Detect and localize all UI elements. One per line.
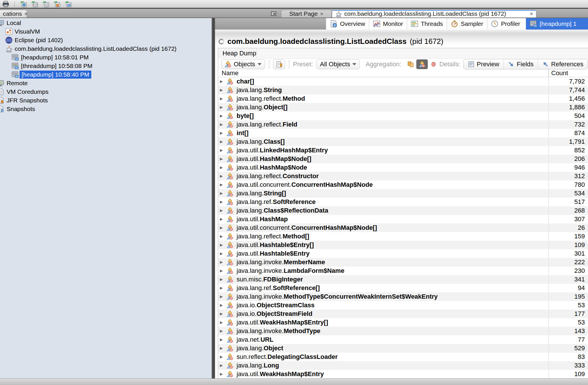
table-row[interactable]: ▶java.util.HashMap307 bbox=[218, 215, 588, 223]
table-row[interactable]: ▶java.lang.reflect.Method1,456 bbox=[218, 94, 588, 103]
table-row[interactable]: ▶java.util.WeakHashMap$Entry109 bbox=[218, 370, 588, 378]
expand-arrow-icon[interactable]: ▶ bbox=[220, 155, 223, 163]
tab-applications[interactable]: cations × bbox=[0, 10, 27, 18]
references-button[interactable]: References bbox=[538, 59, 588, 69]
table-row[interactable]: ▶java.lang.Class$ReflectionData268 bbox=[218, 206, 588, 215]
expand-arrow-icon[interactable]: ▶ bbox=[220, 284, 223, 292]
expand-arrow-icon[interactable]: ▶ bbox=[220, 370, 223, 378]
subtab-profiler[interactable]: Profiler bbox=[487, 18, 524, 30]
subtab-heapdump-1[interactable]: [heapdump] 1 bbox=[526, 18, 588, 30]
fields-button[interactable]: Fields bbox=[503, 59, 538, 69]
table-row[interactable]: ▶java.lang.invoke.MemberName222 bbox=[218, 258, 588, 267]
expand-arrow-icon[interactable]: ▶ bbox=[220, 310, 223, 318]
properties-button[interactable] bbox=[273, 59, 285, 69]
table-row[interactable]: ▶java.util.concurrent.ConcurrentHashMap$… bbox=[218, 180, 588, 189]
table-row[interactable]: ▶sun.misc.FDBigInteger341 bbox=[218, 275, 588, 284]
tree-item-heapdump-10-58-40-pm[interactable]: [heapdump] 10:58:40 PM bbox=[0, 70, 212, 79]
table-row[interactable]: ▶java.lang.Object[]1,886 bbox=[218, 103, 588, 112]
expand-arrow-icon[interactable]: ▶ bbox=[220, 163, 223, 172]
tree-item-visualvm[interactable]: VisualVM bbox=[0, 27, 212, 36]
table-row[interactable]: ▶java.io.ObjectStreamField177 bbox=[218, 310, 588, 318]
table-row[interactable]: ▶java.net.URL77 bbox=[218, 335, 588, 344]
subtab-sampler[interactable]: Sampler bbox=[447, 18, 487, 30]
tree-item-remote[interactable]: Remote bbox=[0, 79, 212, 88]
instances-aggregation-toggle[interactable] bbox=[428, 59, 439, 69]
minimize-panel-icon[interactable] bbox=[271, 11, 276, 16]
close-icon[interactable]: × bbox=[530, 11, 533, 17]
expand-arrow-icon[interactable]: ▶ bbox=[220, 301, 223, 310]
table-row[interactable]: ▶java.util.HashMap$Node[]206 bbox=[218, 155, 588, 163]
table-row[interactable]: ▶java.lang.reflect.Constructor312 bbox=[218, 172, 588, 180]
panel-splitter[interactable] bbox=[212, 18, 215, 378]
expand-arrow-icon[interactable]: ▶ bbox=[220, 129, 223, 137]
table-row[interactable]: ▶java.lang.Class[]1,791 bbox=[218, 137, 588, 146]
table-row[interactable]: ▶sun.reflect.DelegatingClassLoader83 bbox=[218, 353, 588, 361]
table-row[interactable]: ▶java.io.ObjectStreamClass53 bbox=[218, 301, 588, 310]
table-row[interactable]: ▶java.lang.invoke.LambdaForm$Name230 bbox=[218, 267, 588, 275]
table-row[interactable]: ▶java.lang.invoke.MethodType$ConcurrentW… bbox=[218, 292, 588, 301]
expand-arrow-icon[interactable]: ▶ bbox=[220, 198, 223, 206]
table-row[interactable]: ▶char[]7,792 bbox=[218, 77, 588, 86]
table-row[interactable]: ▶java.util.Hashtable$Entry[]109 bbox=[218, 241, 588, 249]
heap-dump-tab[interactable]: Heap Dump bbox=[218, 48, 257, 59]
table-row[interactable]: ▶byte[]504 bbox=[218, 112, 588, 120]
table-row[interactable]: ▶java.util.LinkedHashMap$Entry852 bbox=[218, 146, 588, 155]
table-row[interactable]: ▶java.lang.String7,744 bbox=[218, 86, 588, 94]
expand-arrow-icon[interactable]: ▶ bbox=[220, 103, 223, 112]
table-row[interactable]: ▶java.lang.ref.SoftReference517 bbox=[218, 198, 588, 206]
expand-arrow-icon[interactable]: ▶ bbox=[220, 206, 223, 215]
expand-arrow-icon[interactable]: ▶ bbox=[220, 137, 223, 146]
expand-arrow-icon[interactable]: ▶ bbox=[220, 215, 223, 223]
table-row[interactable]: ▶java.lang.ref.SoftReference[]94 bbox=[218, 284, 588, 292]
table-row[interactable]: ▶java.util.concurrent.ConcurrentHashMap$… bbox=[218, 223, 588, 232]
expand-arrow-icon[interactable]: ▶ bbox=[220, 318, 223, 327]
expand-arrow-icon[interactable]: ▶ bbox=[220, 189, 223, 198]
table-row[interactable]: ▶java.lang.Object529 bbox=[218, 344, 588, 353]
expand-arrow-icon[interactable]: ▶ bbox=[220, 292, 223, 301]
tree-item-vm-coredumps[interactable]: VM Coredumps bbox=[0, 88, 212, 96]
expand-arrow-icon[interactable]: ▶ bbox=[220, 86, 223, 94]
objects-dropdown-button[interactable]: Objects bbox=[221, 59, 265, 69]
close-icon[interactable]: × bbox=[320, 11, 324, 17]
tree-item-snapshots[interactable]: Snapshots bbox=[0, 105, 212, 113]
tree-item-eclipse-pid-1402[interactable]: Eclipse (pid 1402) bbox=[0, 36, 212, 44]
expand-arrow-icon[interactable]: ▶ bbox=[220, 249, 223, 258]
expand-arrow-icon[interactable]: ▶ bbox=[220, 94, 223, 103]
table-row[interactable]: ▶java.lang.Long333 bbox=[218, 361, 588, 370]
expand-arrow-icon[interactable]: ▶ bbox=[220, 344, 223, 353]
column-header-count[interactable]: Count bbox=[548, 69, 588, 77]
expand-arrow-icon[interactable]: ▶ bbox=[220, 335, 223, 344]
table-row[interactable]: ▶java.lang.invoke.MethodType143 bbox=[218, 327, 588, 335]
preset-dropdown[interactable]: All Objects bbox=[316, 59, 360, 69]
tree-item-jfr-snapshots[interactable]: JFR Snapshots bbox=[0, 96, 212, 105]
tree-item-com-baeldung-loadedclasslisting-listloadedclass-pid-1672[interactable]: com.baeldung.loadedclasslisting.ListLoad… bbox=[0, 44, 212, 53]
tab-start-page[interactable]: Start Page × bbox=[281, 10, 332, 18]
expand-arrow-icon[interactable]: ▶ bbox=[220, 241, 223, 249]
add-jfr-snapshot-button[interactable] bbox=[53, 1, 61, 7]
expand-arrow-icon[interactable]: ▶ bbox=[220, 172, 223, 180]
close-icon[interactable]: × bbox=[24, 11, 28, 17]
tree-item-threaddump-10-58-08-pm[interactable]: [threaddump] 10:58:08 PM bbox=[0, 62, 212, 70]
expand-arrow-icon[interactable]: ▶ bbox=[220, 77, 223, 86]
expand-arrow-icon[interactable]: ▶ bbox=[220, 267, 223, 275]
table-row[interactable]: ▶int[]874 bbox=[218, 129, 588, 137]
expand-arrow-icon[interactable]: ▶ bbox=[220, 232, 223, 241]
add-snapshot-button[interactable] bbox=[65, 1, 72, 7]
tab-listloadedclass[interactable]: com.baeldung.loadedclasslisting.ListLoad… bbox=[332, 10, 536, 18]
table-row[interactable]: ▶java.lang.String[]534 bbox=[218, 189, 588, 198]
expand-arrow-icon[interactable]: ▶ bbox=[220, 180, 223, 189]
expand-arrow-icon[interactable]: ▶ bbox=[220, 120, 223, 129]
expand-arrow-icon[interactable]: ▶ bbox=[220, 353, 223, 361]
expand-arrow-icon[interactable]: ▶ bbox=[220, 112, 223, 120]
table-row[interactable]: ▶java.util.HashMap$Node946 bbox=[218, 163, 588, 172]
printer-button[interactable] bbox=[2, 1, 9, 7]
expand-arrow-icon[interactable]: ▶ bbox=[220, 327, 223, 335]
classes-aggregation-toggle[interactable] bbox=[416, 59, 428, 69]
expand-arrow-icon[interactable]: ▶ bbox=[220, 258, 223, 267]
tree-item-local[interactable]: Local bbox=[0, 19, 212, 27]
table-row[interactable]: ▶java.lang.reflect.Method[]159 bbox=[218, 232, 588, 241]
table-row[interactable]: ▶java.util.Hashtable$Entry301 bbox=[218, 249, 588, 258]
expand-arrow-icon[interactable]: ▶ bbox=[220, 223, 223, 232]
table-row[interactable]: ▶java.lang.reflect.Field732 bbox=[218, 120, 588, 129]
column-header-name[interactable]: Name bbox=[222, 69, 239, 77]
